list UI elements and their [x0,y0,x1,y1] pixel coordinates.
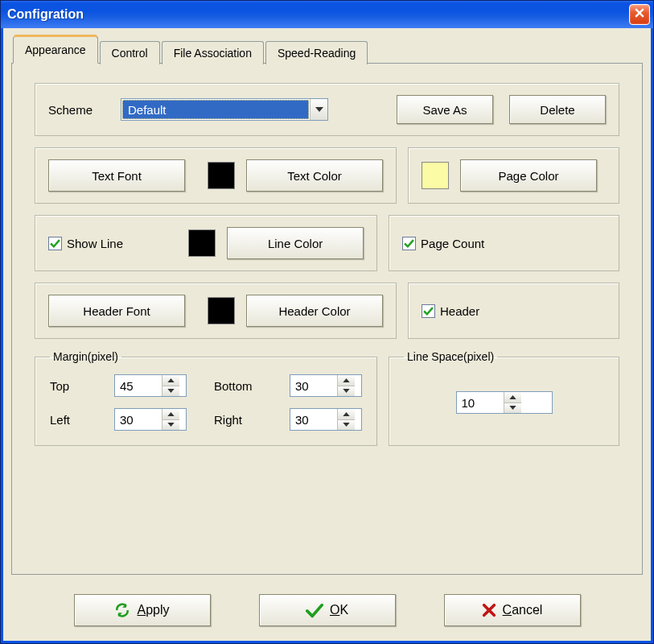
page-count-label: Page Count [421,237,484,250]
dialog-window: Configration Appearance Control File Ass… [0,0,654,644]
text-font-button[interactable]: Text Font [48,159,185,192]
margin-top-spinner[interactable] [114,374,187,397]
spin-down-icon[interactable] [504,403,521,414]
ok-button[interactable]: OK [259,594,396,626]
margin-left-spinner[interactable] [114,408,187,431]
apply-button[interactable]: Apply [74,594,211,626]
spin-up-icon[interactable] [338,409,355,420]
show-line-checkbox[interactable]: Show Line [48,237,123,250]
spin-down-icon[interactable] [162,420,179,431]
checkbox-icon [48,237,62,250]
margin-linespace-row: Margin(pixel) Top Bottom [35,350,619,446]
show-line-box: Show Line Line Color [35,215,377,271]
header-color-button[interactable]: Header Color [246,295,383,327]
ok-accel: O [330,603,339,617]
close-icon [635,8,644,18]
line-color-swatch [188,229,216,257]
margin-bottom-label: Bottom [214,379,278,393]
spin-up-icon[interactable] [338,375,355,386]
spin-up-icon[interactable] [162,409,179,420]
checkbox-icon [402,237,416,250]
spin-up-icon[interactable] [504,392,521,403]
text-color-swatch [208,162,235,189]
ok-text: K [339,603,348,617]
header-row: Header Font Header Color Header [35,283,619,339]
header-font-button[interactable]: Header Font [48,295,185,327]
apply-accel: A [137,603,146,617]
delete-button[interactable]: Delete [509,95,606,124]
line-space-group: Line Space(pixel) [389,350,619,446]
tab-panel-appearance: Scheme Default Save As Delete Text Font [11,63,643,575]
margin-left-label: Left [50,413,103,427]
line-color-button[interactable]: Line Color [227,227,364,259]
header-label: Header [440,304,479,318]
cancel-accel: C [503,603,512,617]
spin-down-icon[interactable] [338,420,355,431]
header-checkbox[interactable]: Header [422,304,479,318]
close-button[interactable] [629,4,650,25]
margin-legend: Margin(pixel) [50,350,121,363]
tab-file-association[interactable]: File Association [162,41,264,64]
text-color-row: Text Font Text Color Page Color [35,147,619,204]
client-area: Appearance Control File Association Spee… [1,28,653,643]
text-font-box: Text Font Text Color [35,147,397,204]
chevron-down-icon[interactable] [310,99,327,120]
titlebar: Configration [1,1,653,28]
margin-bottom-spinner[interactable] [290,374,362,397]
line-space-input[interactable] [457,392,504,413]
margin-group: Margin(pixel) Top Bottom [35,350,377,446]
spin-up-icon[interactable] [162,375,179,386]
show-line-label: Show Line [67,237,123,250]
margin-top-label: Top [50,379,103,393]
margin-bottom-input[interactable] [290,375,337,396]
apply-text: pply [146,603,169,617]
spin-down-icon[interactable] [162,386,179,397]
scheme-value: Default [122,100,309,119]
cancel-button[interactable]: Cancel [444,594,581,626]
page-count-box: Page Count [389,215,619,271]
check-icon [306,602,323,618]
cancel-text: ancel [512,603,542,617]
tab-strip: Appearance Control File Association Spee… [13,36,643,64]
save-as-button[interactable]: Save As [397,95,493,124]
dialog-button-row: Apply OK Cancel [11,575,643,630]
refresh-icon [114,602,130,618]
page-color-button[interactable]: Page Color [460,159,597,192]
header-font-box: Header Font Header Color [35,283,397,339]
tab-appearance[interactable]: Appearance [13,36,98,64]
margin-right-spinner[interactable] [290,408,362,431]
line-row: Show Line Line Color Page Count [35,215,619,271]
checkbox-icon [422,304,435,318]
header-color-swatch [208,297,235,324]
scheme-group: Scheme Default Save As Delete [35,83,619,136]
tab-speed-reading[interactable]: Speed-Reading [265,41,368,64]
line-space-legend: Line Space(pixel) [404,350,497,363]
x-icon [482,603,496,617]
page-count-checkbox[interactable]: Page Count [402,237,484,250]
text-color-button[interactable]: Text Color [246,159,383,192]
margin-right-input[interactable] [290,409,337,430]
line-space-spinner[interactable] [456,391,553,414]
margin-top-input[interactable] [115,375,162,396]
scheme-label: Scheme [48,103,121,117]
margin-right-label: Right [214,413,278,427]
page-color-box: Page Color [408,147,619,204]
scheme-combo[interactable]: Default [121,98,328,121]
page-color-swatch [422,162,449,189]
window-title: Configration [7,7,84,22]
header-check-box: Header [408,283,619,339]
margin-left-input[interactable] [115,409,162,430]
spin-down-icon[interactable] [338,386,355,397]
tab-control[interactable]: Control [100,41,160,64]
